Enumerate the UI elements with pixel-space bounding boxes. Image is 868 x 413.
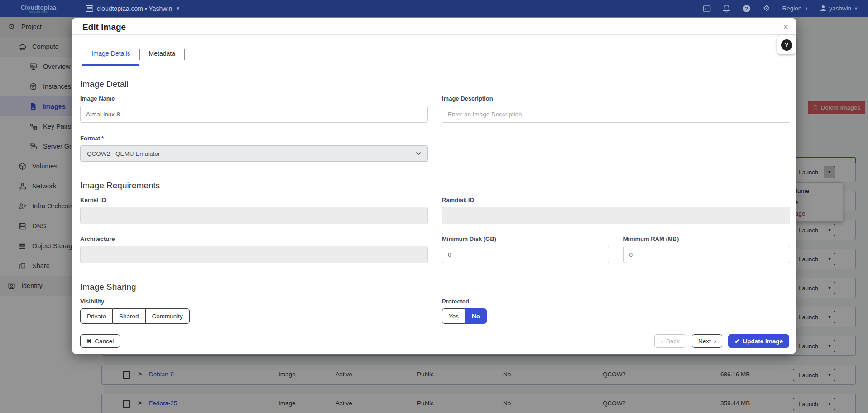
x-icon: ✖ [86, 337, 91, 345]
visibility-community-button[interactable]: Community [146, 308, 190, 324]
visibility-private-button[interactable]: Private [80, 308, 113, 324]
section-heading-image-requirements: Image Requirements [80, 181, 790, 191]
protected-no-button[interactable]: No [465, 308, 487, 324]
chevron-down-icon: ▼ [176, 6, 180, 11]
breadcrumb: cloudtopiaa.com • Yashwin [97, 5, 172, 12]
modal-header: Edit Image [72, 18, 796, 35]
update-image-button[interactable]: ✔ Update Image [728, 334, 789, 348]
domain-icon [85, 5, 93, 13]
brand-logo[interactable]: Cloudtopiaa Your Cloud Partner [0, 4, 77, 13]
required-asterisk: * [101, 135, 104, 142]
section-heading-image-detail: Image Detail [80, 79, 790, 89]
architecture-label: Architecture [80, 235, 428, 242]
format-label: Format* [80, 135, 428, 142]
modal-tab-bar: Image Details Metadata [72, 44, 796, 66]
protected-label: Protected [442, 298, 790, 305]
protected-yes-button[interactable]: Yes [442, 308, 465, 324]
visibility-toggle-group: Private Shared Community [80, 308, 190, 324]
modal-footer: ✖ Cancel ‹ Back Next › ✔ Update Image [72, 328, 796, 354]
brand-logo-text: Cloudtopiaa [0, 5, 77, 10]
image-description-input[interactable] [442, 106, 790, 123]
modal-title: Edit Image [82, 22, 126, 32]
top-navbar: Cloudtopiaa Your Cloud Partner cloudtopi… [0, 0, 868, 17]
notifications-bell-icon[interactable] [723, 5, 731, 13]
svg-text:>_: >_ [704, 7, 709, 10]
ramdisk-id-input [442, 207, 790, 224]
region-selector[interactable]: Region ▼ [782, 5, 809, 12]
image-name-label: Image Name [80, 95, 428, 102]
chevron-down-icon: ▼ [854, 6, 858, 11]
back-button[interactable]: ‹ Back [654, 334, 686, 348]
tab-metadata[interactable]: Metadata [140, 44, 184, 66]
chevron-down-icon: ▼ [804, 6, 808, 11]
format-select[interactable]: QCOW2 - QEMU Emulator [80, 145, 428, 162]
brand-logo-tagline: Your Cloud Partner [0, 11, 77, 13]
section-heading-image-sharing: Image Sharing [80, 282, 790, 292]
kernel-id-input [80, 207, 428, 224]
chevron-left-icon: ‹ [661, 338, 663, 345]
chevron-right-icon: › [714, 338, 716, 345]
domain-project-switcher[interactable]: cloudtopiaa.com • Yashwin ▼ [85, 5, 180, 13]
tab-separator [184, 49, 185, 60]
settings-gear-icon[interactable]: ⚙ [762, 5, 771, 13]
min-ram-label: Minimum RAM (MB) [623, 235, 791, 242]
close-icon[interactable]: × [783, 22, 788, 32]
architecture-input [80, 246, 428, 263]
image-name-input[interactable] [80, 106, 428, 123]
user-menu[interactable]: yashwin ▼ [820, 5, 858, 12]
user-icon [820, 5, 826, 12]
min-disk-input[interactable] [442, 246, 609, 263]
console-icon[interactable]: >_ [703, 5, 711, 13]
visibility-label: Visibility [80, 298, 428, 305]
visibility-shared-button[interactable]: Shared [113, 308, 146, 324]
question-mark-icon: ? [781, 39, 792, 51]
help-icon[interactable]: ? [743, 5, 751, 13]
min-disk-label: Minimum Disk (GB) [442, 235, 609, 242]
chevron-down-icon [416, 152, 421, 155]
cancel-button[interactable]: ✖ Cancel [80, 334, 120, 348]
image-description-label: Image Description [442, 95, 790, 102]
protected-toggle-group: Yes No [442, 308, 487, 324]
kernel-id-label: Kernel ID [80, 197, 428, 203]
min-ram-input[interactable] [623, 246, 791, 263]
tab-image-details[interactable]: Image Details [82, 44, 139, 66]
next-button[interactable]: Next › [692, 334, 722, 348]
check-icon: ✔ [734, 337, 739, 345]
ramdisk-id-label: Ramdisk ID [442, 197, 790, 203]
edit-image-modal: × Edit Image Image Details Metadata Imag… [72, 18, 796, 354]
help-fab-button[interactable]: ? [777, 35, 796, 54]
